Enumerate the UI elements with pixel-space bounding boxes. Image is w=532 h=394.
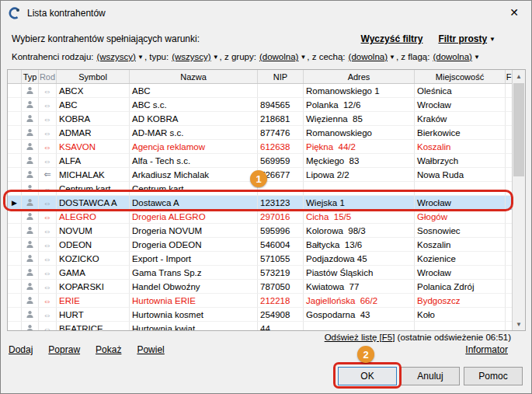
prompt-text: Wybierz kontrahentów spełniających warun… (12, 33, 200, 44)
table-row[interactable]: ▶⇔DOSTAWCA ADostawca A123123Wiejska 1Wro… (8, 196, 512, 210)
table-row[interactable]: ⇔KOBRAAD KOBRA218681Więzienna 85Kraków (8, 112, 512, 126)
cell-adres: Lipowa 2/2 (304, 168, 415, 182)
clear-filters-link[interactable]: Wyczyść filtry (361, 33, 423, 44)
help-button[interactable]: Pomoc (464, 367, 523, 385)
column-header-typ[interactable]: Typ (22, 70, 39, 83)
row-selector-cell (8, 210, 22, 224)
cell-adres: Cicha 15/5 (304, 210, 415, 224)
cell-miejscowosc: Głogów (415, 210, 506, 224)
cell-adres: Romanowskiego (304, 126, 415, 140)
action-link-powiel[interactable]: Powiel (137, 344, 164, 355)
cell-nip: 877476 (258, 126, 304, 140)
table-row[interactable]: ⇔BEATRICEHurtownia kwiat44 (8, 322, 512, 331)
cell-symbol: ADMAR (57, 126, 130, 140)
filter-value-link[interactable]: (wszyscy) (96, 52, 135, 61)
table-row[interactable]: ⇔KSAVONAgencja reklamow612638Piękna 44/2… (8, 140, 512, 154)
cell-nip: 123123 (258, 196, 304, 210)
table-row[interactable]: ⇔ERIEHurtownia ERIE212218Jagiellońska 66… (8, 294, 512, 308)
cell-nip: 573219 (258, 266, 304, 280)
cell-nip: 571055 (258, 252, 304, 266)
cell-nazwa: Hurtownia ERIE (130, 294, 258, 308)
row-selector-cell (8, 238, 22, 252)
column-header-nazwa[interactable]: Nazwa (130, 70, 258, 83)
prompt-row: Wybierz kontrahentów spełniających warun… (12, 33, 495, 44)
cell-nip: 297016 (258, 210, 304, 224)
chevron-down-icon: ▼ (300, 54, 306, 61)
cell-nip: 894565 (258, 98, 304, 112)
cell-f (506, 182, 512, 196)
row-selector-cell (8, 322, 22, 331)
contractor-icon (22, 266, 39, 280)
contractor-icon (22, 140, 39, 154)
table-row[interactable]: ⇔ODEONDrogeria ODEON546004Bałtycka 13/6K… (8, 238, 512, 252)
contractor-icon (22, 322, 39, 331)
cell-f (506, 196, 512, 210)
cell-adres: Więzienna 85 (304, 112, 415, 126)
contractor-icon (22, 182, 39, 196)
scroll-down-icon[interactable]: ▼ (513, 318, 525, 330)
contractor-icon (22, 252, 39, 266)
table-row[interactable]: ⇔HURTHurtownia kosmet254908Gospodarna 43… (8, 308, 512, 322)
table-row[interactable]: ⇔ABCXABCRomanowskiego 1Oleśnica (8, 84, 512, 98)
scroll-up-icon[interactable]: ▲ (513, 70, 525, 82)
cell-symbol: GAMA (57, 266, 130, 280)
simple-filter-link[interactable]: Filtr prosty▼ (438, 33, 495, 44)
refresh-link[interactable]: Odśwież listę [F5] (325, 333, 395, 342)
cell-symbol: MICHALAK (57, 168, 130, 182)
arrow-both-icon: ⇔ (39, 308, 57, 322)
table-row[interactable]: ⇔KOZICKOExport - Import571055Podjazdowa … (8, 252, 512, 266)
table-row[interactable]: ⇔ALFAAlfa - Tech s.c.569959Męckiego 83Wa… (8, 154, 512, 168)
filter-value-link[interactable]: (dowolna) (349, 52, 388, 61)
cell-symbol: ABCX (57, 84, 130, 98)
filter-value-link[interactable]: (wszyscy) (172, 52, 210, 61)
column-header-nip[interactable]: NIP (258, 70, 304, 83)
column-header-miejscowo[interactable]: Miejscowość (415, 70, 506, 83)
cell-symbol: DOSTAWCA A (57, 196, 130, 210)
cell-nazwa: Agencja reklamow (130, 140, 258, 154)
informator-link[interactable]: Informator (465, 344, 508, 355)
cell-miejscowosc: Wrocław (415, 98, 506, 112)
column-header[interactable] (8, 70, 22, 83)
cell-miejscowosc (415, 182, 506, 196)
action-link-dodaj[interactable]: Dodaj (9, 344, 33, 355)
filter-value-link[interactable]: (dowolna) (259, 52, 299, 61)
arrow-both-icon: ⇔ (39, 140, 57, 154)
contractor-icon (22, 154, 39, 168)
arrow-both-icon: ⇔ (39, 294, 57, 308)
chevron-down-icon: ▼ (213, 54, 219, 61)
column-header-f[interactable]: F (506, 70, 512, 83)
cell-symbol: ODEON (57, 238, 130, 252)
filter-value-link[interactable]: (dowolna) (433, 52, 472, 61)
column-header-rod[interactable]: Rod (39, 70, 57, 83)
table-row[interactable]: ⇔ADMARAD-MAR s.c.877476RomanowskiegoBier… (8, 126, 512, 140)
action-link-popraw[interactable]: Popraw (48, 344, 80, 355)
cell-symbol: ABC (57, 98, 130, 112)
cancel-button[interactable]: Anuluj (401, 367, 460, 385)
action-link-poka[interactable]: Pokaż (96, 344, 121, 355)
table-row[interactable]: ⇔NOVUMDrogeria NOVUM595996Kolorowa 98/3S… (8, 224, 512, 238)
cell-nazwa: Dostawca A (130, 196, 258, 210)
cell-adres: Piękna 44/2 (304, 140, 415, 154)
cell-nazwa: Alfa - Tech s.c. (130, 154, 258, 168)
filter-label: , typu: (144, 52, 169, 61)
close-icon[interactable]: ✕ (509, 7, 519, 18)
current-row-marker: ▶ (8, 196, 22, 210)
dialog-lista-kontrahentow: { "colors": { "annotation_red": "#d8281c… (0, 0, 532, 394)
arrow-both-icon: ⇔ (39, 154, 57, 168)
cell-adres: Polanka 12/6 (304, 98, 415, 112)
table-row[interactable]: ⇔ALEGRODrogeria ALEGRO297016Cicha 15/5Gł… (8, 210, 512, 224)
cell-miejscowosc: Bydgoszcz (415, 294, 506, 308)
ok-button[interactable]: OK (338, 367, 397, 385)
table-row[interactable]: ⇔KOPARSKIHandel Obwoźny787050Kwiatowa 77… (8, 280, 512, 294)
filter-label: , z grupy: (220, 52, 256, 61)
scroll-thumb[interactable] (513, 83, 524, 176)
column-header-adres[interactable]: Adres (304, 70, 415, 83)
refresh-info: (ostatnie odświeżenie 06:51) (395, 333, 511, 342)
table-row[interactable]: ⇔ABCABC s.c.894565Polanka 12/6Wrocław (8, 98, 512, 112)
column-header-symbol[interactable]: Symbol (57, 70, 130, 83)
vertical-scrollbar[interactable]: ▲ ▼ (512, 70, 525, 330)
arrow-both-icon: ⇔ (39, 238, 57, 252)
arrow-both-icon: ⇔ (39, 280, 57, 294)
table-row[interactable]: ⇔GAMAGama Trans Sp.z573219Piastów Śląski… (8, 266, 512, 280)
arrow-left-icon: ⇐ (39, 168, 57, 182)
